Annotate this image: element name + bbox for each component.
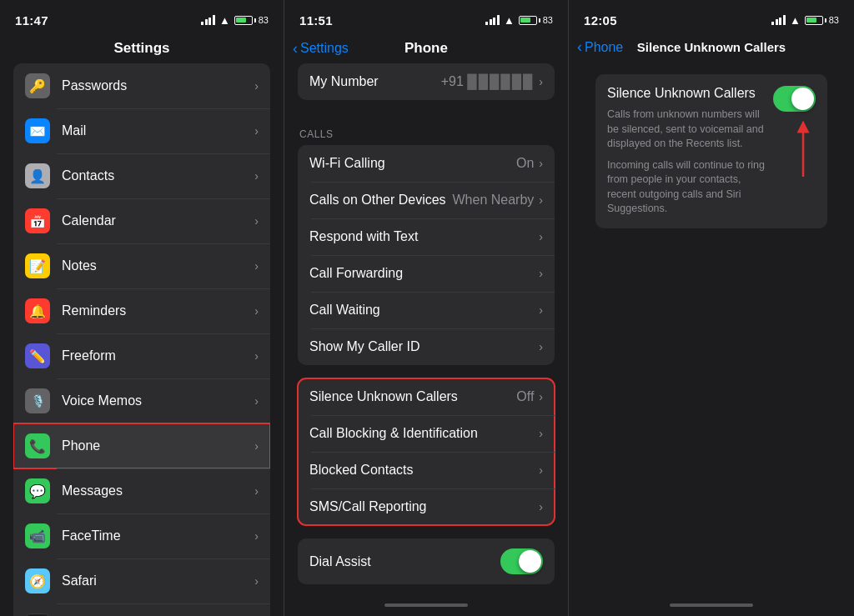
chevron-icon: ›	[254, 394, 259, 408]
wifi-calling-item[interactable]: Wi-Fi Calling On ›	[298, 145, 555, 182]
silence-toggle-item[interactable]: Silence Unknown Callers Calls from unkno…	[595, 74, 827, 228]
freeform-icon: ✏️	[25, 343, 50, 368]
call-blocking-item[interactable]: Call Blocking & Identification ›	[298, 415, 555, 452]
respond-text-item[interactable]: Respond with Text ›	[298, 218, 555, 255]
chevron-icon: ›	[254, 529, 259, 543]
settings-item-passwords[interactable]: 🔑 Passwords ›	[13, 63, 270, 108]
contacts-label: Contacts	[62, 168, 254, 183]
wifi-icon: ▲	[219, 14, 230, 27]
silence-toggle[interactable]	[773, 86, 816, 112]
chevron-icon: ›	[539, 230, 543, 243]
chevron-icon: ›	[539, 500, 543, 513]
calls-other-devices-value: When Nearby	[453, 193, 535, 208]
show-caller-id-item[interactable]: Show My Caller ID ›	[298, 328, 555, 365]
settings-item-freeform[interactable]: ✏️ Freeform ›	[13, 333, 270, 378]
passwords-icon: 🔑	[25, 73, 50, 98]
battery-icon: 83	[805, 15, 839, 25]
reminders-icon: 🔔	[25, 298, 50, 323]
settings-item-voice-memos[interactable]: 🎙️ Voice Memos ›	[13, 378, 270, 423]
calls-other-devices-label: Calls on Other Devices	[309, 193, 453, 208]
call-forwarding-label: Call Forwarding	[309, 266, 539, 281]
messages-label: Messages	[62, 483, 254, 498]
blocked-contacts-item[interactable]: Blocked Contacts ›	[298, 452, 555, 488]
settings-item-safari[interactable]: 🧭 Safari ›	[13, 558, 270, 603]
settings-item-calendar[interactable]: 📅 Calendar ›	[13, 198, 270, 243]
status-icons-middle: ▲ 83	[485, 14, 553, 27]
sms-reporting-label: SMS/Call Reporting	[309, 499, 539, 514]
show-caller-id-label: Show My Caller ID	[309, 339, 539, 354]
dial-assist-label: Dial Assist	[309, 554, 500, 569]
phone-panel-title: Phone	[404, 40, 448, 57]
freeform-label: Freeform	[62, 348, 254, 363]
mail-icon: ✉️	[25, 118, 50, 143]
notes-label: Notes	[62, 258, 254, 273]
safari-label: Safari	[62, 573, 254, 588]
settings-item-notes[interactable]: 📝 Notes ›	[13, 243, 270, 288]
chevron-icon: ›	[539, 340, 543, 353]
call-forwarding-item[interactable]: Call Forwarding ›	[298, 255, 555, 292]
calls-section-header: CALLS	[284, 113, 568, 145]
call-waiting-label: Call Waiting	[309, 303, 539, 318]
back-chevron-icon: ‹	[293, 41, 298, 56]
settings-item-phone[interactable]: 📞 Phone ›	[13, 423, 270, 468]
battery-icon: 83	[519, 15, 553, 25]
signal-icon	[201, 15, 215, 25]
facetime-icon: 📹	[25, 523, 50, 548]
time-left: 11:47	[15, 13, 48, 28]
reminders-label: Reminders	[62, 303, 254, 318]
chevron-icon: ›	[254, 214, 259, 228]
wifi-calling-label: Wi-Fi Calling	[309, 156, 516, 171]
status-bar-left: 11:47 ▲ 83	[0, 0, 284, 37]
chevron-icon: ›	[254, 169, 259, 183]
silence-group: Silence Unknown Callers Off › Call Block…	[298, 378, 555, 525]
my-number-group: My Number +91 ██████ ›	[298, 63, 555, 100]
phone-icon: 📞	[25, 433, 50, 458]
my-number-label: My Number	[309, 74, 441, 89]
respond-text-label: Respond with Text	[309, 229, 539, 244]
silence-unknown-item[interactable]: Silence Unknown Callers Off ›	[298, 378, 555, 415]
chevron-icon: ›	[539, 75, 543, 88]
settings-item-messages[interactable]: 💬 Messages ›	[13, 468, 270, 513]
chevron-icon: ›	[254, 79, 259, 93]
chevron-icon: ›	[254, 259, 259, 273]
chevron-icon: ›	[539, 390, 543, 403]
contacts-icon: 👤	[25, 163, 50, 188]
chevron-icon: ›	[539, 303, 543, 317]
call-waiting-item[interactable]: Call Waiting ›	[298, 292, 555, 328]
back-button-right[interactable]: ‹ Phone	[577, 40, 623, 55]
settings-item-facetime[interactable]: 📹 FaceTime ›	[13, 513, 270, 558]
sms-reporting-item[interactable]: SMS/Call Reporting ›	[298, 488, 555, 525]
chevron-icon: ›	[254, 484, 259, 498]
dial-assist-item[interactable]: Dial Assist	[298, 538, 555, 584]
red-arrow-annotation	[791, 118, 816, 185]
home-indicator-middle	[284, 594, 568, 616]
back-label-right: Phone	[585, 40, 623, 55]
chevron-icon: ›	[539, 193, 543, 207]
chevron-icon: ›	[539, 267, 543, 280]
chevron-icon: ›	[254, 349, 259, 363]
chevron-icon: ›	[539, 427, 543, 440]
settings-item-stocks[interactable]: 📈 Stocks ›	[13, 603, 270, 616]
settings-item-contacts[interactable]: 👤 Contacts ›	[13, 153, 270, 198]
mail-label: Mail	[62, 123, 254, 138]
battery-icon: 83	[234, 15, 269, 25]
settings-item-reminders[interactable]: 🔔 Reminders ›	[13, 288, 270, 333]
back-chevron-icon: ‹	[577, 39, 582, 54]
my-number-item[interactable]: My Number +91 ██████ ›	[298, 63, 555, 100]
settings-item-mail[interactable]: ✉️ Mail ›	[13, 108, 270, 153]
calls-group: Wi-Fi Calling On › Calls on Other Device…	[298, 145, 555, 365]
silence-text-block: Silence Unknown Callers Calls from unkno…	[607, 86, 765, 217]
status-icons-right: ▲ 83	[771, 14, 839, 27]
back-label-middle: Settings	[300, 41, 349, 56]
calls-other-devices-item[interactable]: Calls on Other Devices When Nearby ›	[298, 182, 555, 218]
silence-desc1: Calls from unknown numbers will be silen…	[607, 108, 765, 152]
phone-settings-list: My Number +91 ██████ › CALLS Wi-Fi Calli…	[284, 63, 568, 594]
back-button-middle[interactable]: ‹ Settings	[293, 41, 349, 56]
time-right: 12:05	[584, 13, 617, 28]
calendar-icon: 📅	[25, 208, 50, 233]
chevron-icon: ›	[254, 304, 259, 318]
passwords-label: Passwords	[62, 78, 254, 93]
dial-assist-toggle[interactable]	[500, 548, 543, 574]
my-number-value: +91 ██████	[441, 74, 535, 89]
chevron-icon: ›	[539, 157, 543, 170]
